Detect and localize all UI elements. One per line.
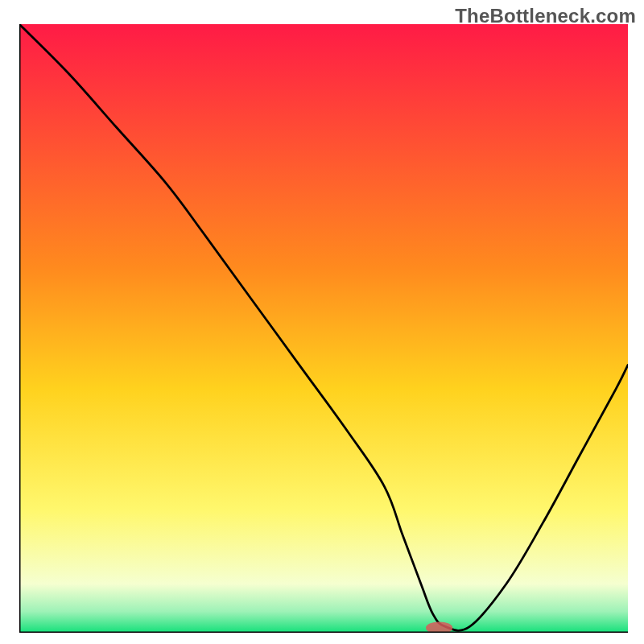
watermark-text: TheBottleneck.com [455,5,636,27]
chart-container [19,24,628,633]
chart-svg [19,24,628,633]
chart-background [19,24,628,633]
